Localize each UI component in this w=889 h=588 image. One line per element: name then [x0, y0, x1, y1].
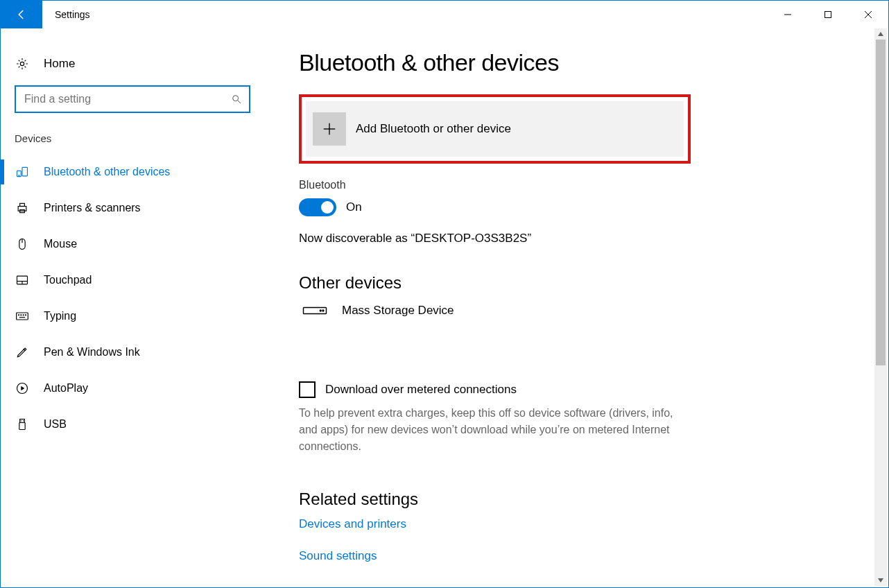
gear-icon: [15, 56, 30, 71]
sidebar-item-bluetooth[interactable]: Bluetooth & other devices: [1, 154, 264, 190]
plus-icon: [313, 112, 346, 146]
close-button[interactable]: [848, 1, 888, 28]
sidebar-item-label: Touchpad: [44, 274, 92, 286]
bluetooth-toggle-label: On: [346, 200, 362, 214]
device-name: Mass Storage Device: [342, 304, 454, 318]
svg-rect-27: [19, 423, 25, 430]
search-field[interactable]: [24, 93, 231, 105]
minimize-button[interactable]: [768, 1, 808, 28]
search-icon: [231, 94, 242, 105]
back-button[interactable]: [1, 1, 42, 28]
title-bar: Settings: [1, 1, 888, 28]
vertical-scrollbar[interactable]: [874, 28, 887, 586]
close-icon: [864, 10, 872, 19]
window-controls: [768, 1, 888, 28]
other-devices-heading: Other devices: [299, 273, 861, 293]
svg-rect-10: [18, 207, 26, 211]
svg-point-22: [26, 315, 26, 315]
sidebar-item-label: Typing: [44, 310, 76, 322]
sidebar: Home Devices Bluetooth & other devices P…: [1, 28, 264, 587]
sidebar-item-touchpad[interactable]: Touchpad: [1, 262, 264, 298]
home-button[interactable]: Home: [1, 49, 264, 85]
autoplay-icon: [15, 381, 30, 396]
add-device-button[interactable]: Add Bluetooth or other device: [306, 101, 684, 157]
scroll-up-button[interactable]: [874, 28, 887, 40]
printer-icon: [15, 200, 30, 216]
sidebar-item-usb[interactable]: USB: [1, 406, 264, 442]
main-content: Bluetooth & other devices Add Bluetooth …: [264, 28, 888, 587]
svg-point-5: [233, 96, 239, 101]
sidebar-item-label: Printers & scanners: [44, 202, 141, 214]
sidebar-item-typing[interactable]: Typing: [1, 298, 264, 334]
metered-checkbox-label: Download over metered connections: [325, 383, 517, 397]
svg-rect-18: [17, 313, 28, 320]
maximize-icon: [824, 10, 832, 19]
svg-rect-11: [20, 203, 25, 206]
add-device-label: Add Bluetooth or other device: [356, 122, 511, 136]
sidebar-item-label: Pen & Windows Ink: [44, 346, 140, 358]
link-devices-and-printers[interactable]: Devices and printers: [299, 517, 861, 531]
bluetooth-devices-icon: [15, 164, 30, 180]
discoverable-text: Now discoverable as “DESKTOP-O3S3B2S”: [299, 232, 861, 245]
sidebar-section-label: Devices: [1, 132, 264, 154]
svg-rect-26: [20, 420, 25, 423]
svg-point-4: [20, 62, 24, 65]
bluetooth-toggle[interactable]: [299, 198, 336, 216]
svg-point-9: [19, 175, 19, 176]
sidebar-item-autoplay[interactable]: AutoPlay: [1, 370, 264, 406]
metered-checkbox[interactable]: [299, 381, 316, 398]
sidebar-item-label: AutoPlay: [44, 382, 88, 395]
svg-marker-36: [878, 578, 883, 582]
device-row[interactable]: Mass Storage Device: [299, 301, 861, 347]
storage-device-icon: [302, 302, 328, 319]
svg-rect-1: [825, 12, 831, 18]
maximize-button[interactable]: [808, 1, 848, 28]
svg-point-34: [320, 310, 321, 311]
home-label: Home: [44, 57, 75, 71]
pen-icon: [15, 345, 30, 360]
svg-point-20: [21, 315, 21, 315]
svg-point-19: [19, 315, 19, 315]
svg-rect-8: [22, 167, 28, 176]
svg-line-6: [238, 101, 241, 103]
link-sound-settings[interactable]: Sound settings: [299, 549, 861, 563]
window-title: Settings: [42, 1, 90, 28]
sidebar-item-pen[interactable]: Pen & Windows Ink: [1, 334, 264, 370]
scroll-down-button[interactable]: [874, 575, 887, 586]
related-settings-heading: Related settings: [299, 490, 861, 509]
usb-icon: [15, 417, 30, 432]
metered-help-text: To help prevent extra charges, keep this…: [299, 405, 673, 455]
add-device-highlight: Add Bluetooth or other device: [299, 94, 691, 164]
minimize-icon: [784, 10, 792, 19]
keyboard-icon: [15, 309, 30, 324]
page-title: Bluetooth & other devices: [299, 49, 861, 76]
search-input[interactable]: [15, 85, 250, 113]
scroll-thumb[interactable]: [876, 40, 886, 365]
sidebar-item-label: Bluetooth & other devices: [44, 166, 170, 178]
sidebar-item-printers[interactable]: Printers & scanners: [1, 190, 264, 226]
svg-marker-35: [878, 32, 883, 36]
sidebar-item-label: Mouse: [44, 238, 77, 250]
sidebar-item-label: USB: [44, 418, 67, 431]
svg-marker-25: [21, 386, 24, 391]
svg-point-21: [23, 315, 24, 315]
bluetooth-heading: Bluetooth: [299, 179, 861, 191]
svg-point-33: [322, 310, 324, 311]
mouse-icon: [15, 236, 30, 252]
sidebar-item-mouse[interactable]: Mouse: [1, 226, 264, 262]
touchpad-icon: [15, 273, 30, 288]
arrow-left-icon: [15, 8, 28, 21]
